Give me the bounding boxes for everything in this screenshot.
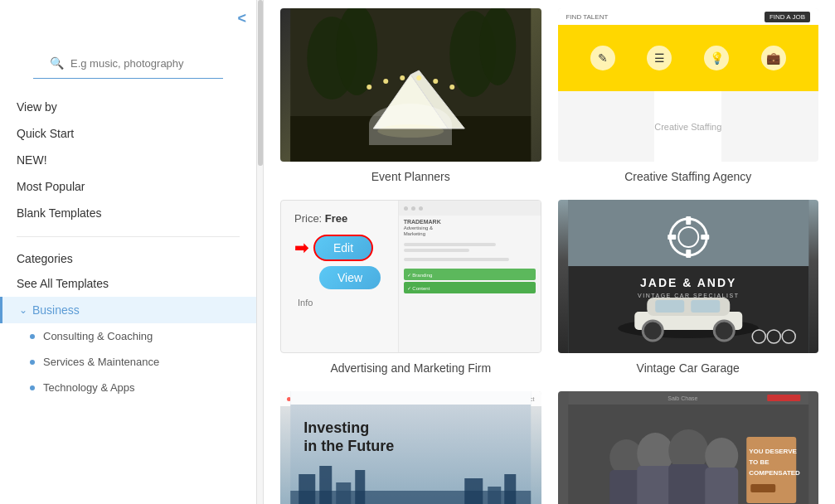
sub-item-dot [30,385,35,390]
svg-point-9 [383,79,388,84]
svg-rect-39 [299,474,315,504]
sidebar-item-quick-start[interactable]: Quick Start [17,120,240,147]
template-label-adv-marketing: Advertising and Marketing Firm [330,361,491,375]
svg-rect-41 [336,482,351,504]
red-arrow-icon: ➡ [294,238,308,258]
staffing-bulb-icon: 💡 [704,46,729,70]
staffing-pencil-icon: ✎ [590,46,615,70]
staffing-list-icon: ☰ [647,46,672,70]
chevron-down-icon: ⌄ [19,304,27,316]
svg-point-8 [367,85,371,90]
edit-button[interactable]: Edit [313,235,373,261]
template-thumb-you-deserve[interactable]: Saib Chase YOU DESERVE TO BE [558,391,819,504]
staffing-briefcase-icon: 💼 [761,46,786,70]
template-card-vintage-car: JADE & ANDY VINTAGE CAR SPECIALIST [558,200,819,375]
svg-rect-20 [686,216,691,225]
collapse-button[interactable]: < [237,10,246,27]
investing-text: Investing in the Future [294,416,404,460]
main-content: Event Planners FIND TALENT FIND A JOB ✎ … [264,0,835,504]
svg-point-31 [643,321,663,341]
template-card-event-planners: Event Planners [280,8,541,183]
svg-rect-29 [655,300,684,313]
svg-point-13 [449,85,454,90]
template-grid: Event Planners FIND TALENT FIND A JOB ✎ … [264,0,835,504]
divider [17,236,240,237]
svg-rect-58 [668,464,708,504]
svg-rect-21 [686,250,691,258]
sub-items-list: Consulting & Coaching Services & Mainten… [0,323,256,400]
template-label-vintage-car: Vintage Car Garage [637,361,740,375]
template-card-creative-staffing: FIND TALENT FIND A JOB ✎ ☰ 💡 💼 [558,8,819,183]
template-card-investing: Run Pro Back Home About New Portfolio Te… [280,391,541,504]
template-thumb-adv-marketing[interactable]: TRADEMARKAdvertising &Marketing ✓ Brandi… [280,200,541,353]
svg-rect-42 [355,470,365,504]
svg-rect-59 [705,468,738,504]
sub-item-dot [30,334,35,339]
svg-point-2 [336,8,377,95]
sub-item-services[interactable]: Services & Maintenance [0,349,256,375]
template-thumb-vintage-car[interactable]: JADE & ANDY VINTAGE CAR SPECIALIST [558,200,819,353]
arrow-edit-row: ➡ Edit [294,235,373,261]
svg-point-11 [416,75,421,80]
sidebar-nav-business[interactable]: ⌄ Business [0,297,256,323]
sidebar-item-new[interactable]: NEW! [17,147,240,173]
price-label: Price: Free [294,212,347,225]
svg-rect-30 [691,300,720,313]
sidebar-item-most-popular[interactable]: Most Popular [17,173,240,200]
svg-rect-44 [488,487,501,504]
view-by-section: View by Quick Start NEW! Most Popular Bl… [0,79,256,226]
svg-point-14 [377,124,444,138]
search-input[interactable] [70,57,206,70]
svg-text:Saib    Chase: Saib Chase [668,395,697,401]
view-button[interactable]: View [319,266,381,289]
card-overlay: Price: Free ➡ Edit View Info [281,201,541,352]
svg-text:COMPENSATED: COMPENSATED [749,469,800,477]
info-label[interactable]: Info [294,298,316,308]
svg-text:YOU DESERVE: YOU DESERVE [749,448,797,455]
template-label-event-planners: Event Planners [371,170,450,183]
template-thumb-creative-staffing[interactable]: FIND TALENT FIND A JOB ✎ ☰ 💡 💼 [558,8,819,162]
template-thumb-event-planners[interactable] [280,8,541,162]
svg-text:TO BE: TO BE [749,458,769,466]
svg-rect-57 [637,466,673,504]
investing-dots [287,397,304,401]
staffing-top-bar: FIND TALENT FIND A JOB [558,8,819,25]
svg-point-10 [400,75,405,80]
svg-rect-64 [750,484,775,492]
svg-rect-22 [668,235,676,240]
svg-rect-38 [290,491,531,504]
svg-rect-43 [464,478,483,504]
view-by-label: View by [17,94,240,120]
svg-rect-23 [701,235,709,240]
sub-item-dot [30,360,35,365]
template-label-creative-staffing: Creative Staffing Agency [624,170,751,183]
svg-text:JADE & ANDY: JADE & ANDY [640,276,736,289]
search-icon: 🔍 [50,56,64,70]
svg-point-4 [479,8,516,85]
template-card-adv-marketing: TRADEMARKAdvertising &Marketing ✓ Brandi… [280,200,541,375]
staffing-yellow-bar: ✎ ☰ 💡 💼 [558,25,819,91]
template-thumb-investing[interactable]: Run Pro Back Home About New Portfolio Te… [280,391,541,504]
sub-item-technology[interactable]: Technology & Apps [0,375,256,400]
sidebar-nav-see-all[interactable]: See All Templates [0,270,256,297]
svg-point-12 [433,79,438,84]
template-card-you-deserve: Saib Chase YOU DESERVE TO BE [558,391,819,504]
sidebar-item-blank-templates[interactable]: Blank Templates [17,200,240,226]
sidebar: < 🔍 View by Quick Start NEW! Most Popula… [0,0,257,504]
categories-label: Categories [0,247,256,270]
svg-rect-5 [290,116,531,162]
svg-rect-40 [319,466,332,504]
search-container: 🔍 [33,45,223,79]
svg-rect-51 [767,395,800,401]
svg-text:VINTAGE CAR SPECIALIST: VINTAGE CAR SPECIALIST [638,293,739,298]
svg-rect-45 [504,474,516,504]
investing-header: Run Pro Back Home About New Portfolio Te… [280,391,541,406]
svg-point-32 [714,321,734,341]
sub-item-consulting[interactable]: Consulting & Coaching [0,323,256,349]
